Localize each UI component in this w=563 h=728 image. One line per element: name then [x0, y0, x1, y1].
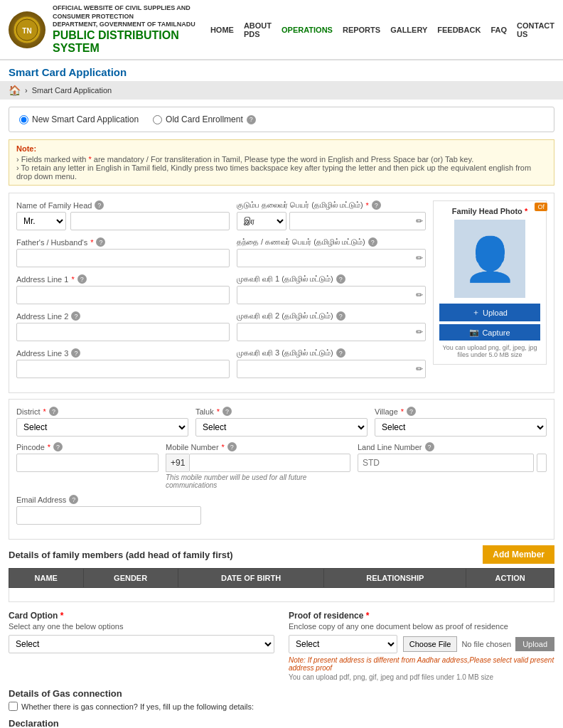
new-card-option[interactable]: New Smart Card Application	[19, 114, 139, 124]
village-select[interactable]: Select	[375, 418, 547, 437]
pincode-help-icon[interactable]: ?	[53, 442, 63, 451]
old-card-radio[interactable]	[153, 115, 162, 124]
tamil-addr1-input[interactable]	[237, 286, 426, 304]
col-name: NAME	[9, 569, 84, 588]
tamil-father-help-icon[interactable]: ?	[368, 237, 377, 247]
family-members-section: Details of family members (add head of f…	[9, 545, 554, 602]
addr2-help-icon[interactable]: ?	[71, 311, 80, 321]
nav-feedback[interactable]: FEEDBACK	[437, 26, 481, 34]
landline-help-icon[interactable]: ?	[425, 442, 434, 451]
email-help-icon[interactable]: ?	[69, 495, 78, 504]
card-proof-row: Card Option * Select any one the below o…	[9, 611, 554, 681]
no-file-text: No file chosen	[461, 640, 511, 648]
choose-file-button[interactable]: Choose File	[403, 636, 458, 652]
tamil-addr3-help-icon[interactable]: ?	[336, 348, 345, 358]
tamil-name-field-group: குடும்ப தலைவர் பெயர் (தமிழில் மட்டும்) *…	[237, 200, 426, 230]
pincode-input[interactable]	[16, 454, 159, 472]
gas-section: Details of Gas connection Whether there …	[9, 688, 554, 711]
tamil-addr3-input[interactable]	[237, 360, 426, 378]
nav-home[interactable]: HOME	[210, 26, 234, 34]
tamil-father-label: தந்தை / கணவர் பெயர் (தமிழில் மட்டும்) ?	[237, 237, 426, 247]
district-row: District * ? Select Taluk * ? Select	[16, 407, 547, 437]
landline-number-input[interactable]	[537, 454, 547, 472]
photo-note: You can upload png, gif, jpeg, jpg files…	[439, 344, 540, 358]
addr1-help-icon[interactable]: ?	[77, 274, 87, 284]
home-icon[interactable]: 🏠	[9, 85, 21, 96]
card-option-select[interactable]: Select	[9, 635, 274, 653]
nav-about[interactable]: ABOUT PDS	[244, 21, 272, 38]
tamil-name-wrap: ✏	[289, 212, 426, 230]
silhouette-icon: 👤	[463, 234, 517, 284]
photo-section: Family Head Photo * 👤 ＋ Upload 📷 Capture…	[433, 200, 547, 365]
nav-operations[interactable]: OPERATIONS	[282, 26, 333, 34]
tamil-father-wrap: ✏	[237, 249, 426, 267]
tamil-addr3-edit-icon[interactable]: ✏	[416, 364, 423, 374]
father-name-input[interactable]	[16, 249, 230, 267]
add-member-button[interactable]: Add Member	[483, 545, 554, 564]
tamil-addr2-field-group: முகவரி வரி 2 (தமிழில் மட்டும்) ? ✏	[237, 311, 426, 341]
taluk-label: Taluk * ?	[195, 407, 368, 416]
tamil-father-input[interactable]	[237, 249, 426, 267]
tamil-lang-select[interactable]: இர	[237, 212, 286, 230]
nav-contact[interactable]: CONTACT US	[517, 21, 554, 38]
address-line3-input[interactable]	[16, 360, 230, 378]
photo-badge: Of	[535, 203, 547, 211]
tamil-name-edit-icon[interactable]: ✏	[416, 216, 423, 226]
district-help-icon[interactable]: ?	[49, 407, 58, 416]
district-select[interactable]: Select	[16, 418, 188, 437]
address-line2-input[interactable]	[16, 323, 230, 341]
addr3-help-icon[interactable]: ?	[71, 348, 80, 358]
logo-icon: TN	[9, 11, 45, 48]
country-code: +91	[166, 454, 189, 472]
std-input[interactable]	[358, 454, 534, 472]
taluk-select[interactable]: Select	[195, 418, 368, 437]
pincode-row: Pincode * ? Mobile Number * ? +91 This m…	[16, 442, 547, 489]
main-content: New Smart Card Application Old Card Enro…	[0, 100, 563, 728]
salutation-select[interactable]: Mr. Mrs. Ms. Dr.	[16, 212, 66, 230]
mobile-help-icon[interactable]: ?	[227, 442, 237, 451]
mobile-number-input[interactable]	[189, 454, 350, 472]
gas-checkbox[interactable]	[9, 702, 18, 711]
tamil-addr2-input[interactable]	[237, 323, 426, 341]
upload-proof-button[interactable]: Upload	[515, 637, 554, 651]
nav-reports[interactable]: REPORTS	[343, 26, 380, 34]
tamil-father-field-group: தந்தை / கணவர் பெயர் (தமிழில் மட்டும்) ? …	[237, 237, 426, 267]
english-fields-col: Name of Family Head ? Mr. Mrs. Ms. Dr. F…	[16, 200, 230, 385]
tamil-addr2-help-icon[interactable]: ?	[336, 311, 345, 321]
family-head-name-input[interactable]	[70, 212, 230, 230]
file-upload-row: Choose File No file chosen Upload	[403, 636, 554, 652]
tamil-addr1-edit-icon[interactable]: ✏	[416, 290, 423, 300]
email-input[interactable]	[16, 506, 201, 525]
tamil-addr2-edit-icon[interactable]: ✏	[416, 327, 423, 337]
tamil-addr1-help-icon[interactable]: ?	[336, 274, 345, 284]
proof-col: Proof of residence * Enclose copy of any…	[289, 611, 554, 681]
capture-photo-button[interactable]: 📷 Capture	[439, 324, 540, 341]
tamil-addr2-wrap: ✏	[237, 323, 426, 341]
nav-faq[interactable]: FAQ	[490, 26, 507, 34]
proof-sublabel: Enclose copy of any one document below a…	[289, 622, 554, 631]
family-title: Details of family members (add head of f…	[9, 550, 233, 560]
nav-gallery[interactable]: GALLERY	[390, 26, 427, 34]
tamil-name-input[interactable]	[289, 212, 426, 230]
dept-line1: OFFICIAL WEBSITE OF CIVIL SUPPLIES AND C…	[53, 4, 210, 21]
village-help-icon[interactable]: ?	[407, 407, 416, 416]
card-type-section: New Smart Card Application Old Card Enro…	[9, 107, 554, 132]
addr3-label: Address Line 3 ?	[16, 348, 230, 358]
upload-photo-button[interactable]: ＋ Upload	[439, 304, 540, 321]
name-help-icon[interactable]: ?	[95, 200, 104, 210]
taluk-help-icon[interactable]: ?	[222, 407, 232, 416]
old-card-help-icon[interactable]: ?	[247, 115, 256, 124]
email-field-group: Email Address ?	[16, 495, 201, 525]
header-left: TN OFFICIAL WEBSITE OF CIVIL SUPPLIES AN…	[9, 4, 210, 55]
tamil-father-edit-icon[interactable]: ✏	[416, 253, 423, 263]
old-card-option[interactable]: Old Card Enrollment ?	[153, 114, 256, 124]
new-card-radio[interactable]	[19, 115, 28, 124]
father-help-icon[interactable]: ?	[96, 237, 105, 247]
proof-document-select[interactable]: Select	[289, 635, 397, 653]
tamil-name-help-icon[interactable]: ?	[372, 200, 381, 210]
addr1-field-group: Address Line 1 * ?	[16, 274, 230, 304]
address-line1-input[interactable]	[16, 286, 230, 304]
tamil-addr1-wrap: ✏	[237, 286, 426, 304]
gas-checkbox-label[interactable]: Whether there is gas connection? If yes,…	[9, 702, 554, 711]
photo-label: Family Head Photo *	[439, 207, 540, 215]
